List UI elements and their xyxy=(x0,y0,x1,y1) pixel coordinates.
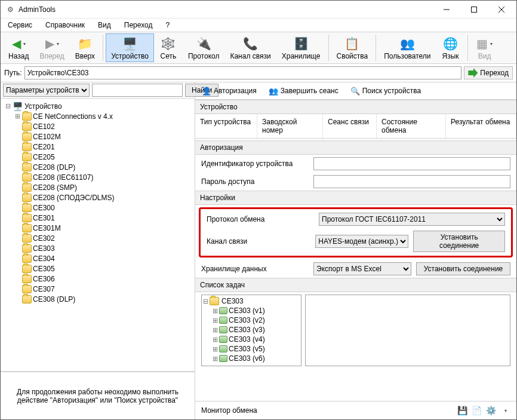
auth-action-button[interactable]: 👤 Авторизация xyxy=(198,84,261,98)
users-button[interactable]: 👥 Пользователи xyxy=(378,33,436,62)
protocol-select[interactable]: Протокол ГОСТ IEC61107-2011 xyxy=(319,213,505,226)
task-item[interactable]: ⊞CE303 (v5) xyxy=(203,344,300,354)
task-item[interactable]: ⊞CE303 (v4) xyxy=(203,335,300,344)
auth-action-label: Авторизация xyxy=(214,87,257,95)
menu-goto[interactable]: Переход xyxy=(122,20,155,30)
up-button[interactable]: 📁 Вверх xyxy=(70,33,100,62)
storage-select[interactable]: Экспорт в MS Excel xyxy=(313,262,411,275)
task-item-label: CE303 (v5) xyxy=(229,345,265,353)
go-button[interactable]: Переход xyxy=(464,66,513,79)
save-icon[interactable]: 💾 xyxy=(457,405,467,416)
window-title: AdminTools xyxy=(19,5,433,14)
protocol-button[interactable]: 🔌 Протокол xyxy=(183,33,225,62)
channel-row: Канал связи HAYES-модем (асинхр.) Устано… xyxy=(201,228,511,255)
app-icon: ⚙ xyxy=(5,5,15,14)
gh-state[interactable]: Состояние обмена xyxy=(377,114,446,138)
task-details[interactable] xyxy=(305,295,510,366)
task-item[interactable]: ⊞CE303 (v1) xyxy=(203,306,300,315)
properties-button[interactable]: 📋 Свойства xyxy=(331,33,374,62)
channel-button[interactable]: 📞 Канал связи xyxy=(224,33,276,62)
tree-item[interactable]: ·CE303 xyxy=(3,243,192,253)
password-input[interactable] xyxy=(313,175,510,188)
protocol-label: Протокол xyxy=(188,52,220,60)
tree-item-label: CE201 xyxy=(33,143,55,151)
tree-item[interactable]: ·CE102M xyxy=(3,131,192,142)
tree-item-label: CE208 (IEC61107) xyxy=(33,173,93,182)
tree-item[interactable]: ·CE304 xyxy=(3,253,192,263)
device-id-input[interactable] xyxy=(313,157,510,170)
search-device-button[interactable]: 🔍 Поиск устройства xyxy=(346,84,425,98)
tree-item[interactable]: ·CE208 (IEC61107) xyxy=(3,172,192,182)
monitor-title: Монитор обмена xyxy=(201,406,453,415)
back-button[interactable]: ◀ Назад xyxy=(3,33,34,62)
monitor-dropdown-icon[interactable] xyxy=(500,405,510,416)
storage-connect-button[interactable]: Установить соединение xyxy=(416,262,510,275)
tree-item[interactable]: ·CE305 xyxy=(3,263,192,274)
tasks-area: ⊟ CE303 ⊞CE303 (v1)⊞CE303 (v2)⊞CE303 (v3… xyxy=(195,292,516,369)
window-controls xyxy=(433,1,515,18)
tree-item[interactable]: ·CE301 xyxy=(3,213,192,223)
forward-button[interactable]: ▶ Вперед xyxy=(34,33,69,62)
tree-item-label: CE305 xyxy=(33,265,55,273)
gh-serial[interactable]: Заводской номер xyxy=(257,114,323,138)
properties-label: Свойства xyxy=(337,52,368,60)
tree-item[interactable]: ·CE300 xyxy=(3,203,192,213)
menu-help[interactable]: ? xyxy=(163,20,172,30)
tree-item[interactable]: ·CE306 xyxy=(3,274,192,284)
channel-select[interactable]: HAYES-модем (асинхр.) xyxy=(315,235,408,248)
task-item[interactable]: ⊞CE303 (v2) xyxy=(203,315,300,325)
users-label: Пользователи xyxy=(384,52,430,60)
tree-item[interactable]: ·CE307 xyxy=(3,284,192,294)
language-button[interactable]: 🌐 Язык xyxy=(436,33,465,62)
tree-item[interactable]: ·⊞CE NetConnections v 4.x xyxy=(3,111,192,121)
filter-input[interactable] xyxy=(92,84,183,97)
menu-service[interactable]: Сервис xyxy=(5,20,35,30)
close-button[interactable] xyxy=(488,1,515,18)
device-button[interactable]: 🖥️ Устройство xyxy=(106,33,154,62)
tree-item-label: CE304 xyxy=(33,255,55,263)
menu-view[interactable]: Вид xyxy=(96,20,113,30)
end-session-icon: 👥 xyxy=(269,86,278,96)
tree-item[interactable]: ·CE208 (DLP) xyxy=(3,162,192,172)
storage-label: Хранилище данных xyxy=(201,265,309,273)
menu-bar: Сервис Справочник Вид Переход ? xyxy=(1,19,516,32)
highlighted-settings: Протокол обмена Протокол ГОСТ IEC61107-2… xyxy=(199,207,513,257)
new-doc-icon[interactable]: 📄 xyxy=(471,405,482,416)
network-button[interactable]: 🕸️ Сеть xyxy=(154,33,183,62)
tree-item-label: CE208 (DLP) xyxy=(33,163,75,171)
tree-item[interactable]: ·CE208 (SMP) xyxy=(3,182,192,192)
tree-root[interactable]: ⊟ 🖥️ Устройство xyxy=(3,101,192,111)
up-label: Вверх xyxy=(75,52,95,60)
device-tree[interactable]: ⊟ 🖥️ Устройство ·⊞CE NetConnections v 4.… xyxy=(1,99,195,372)
storage-icon: 🗄️ xyxy=(293,35,309,52)
view-button[interactable]: ▦ Вид xyxy=(470,33,499,62)
maximize-button[interactable] xyxy=(460,1,488,18)
storage-button[interactable]: 🗄️ Хранилище xyxy=(276,33,326,62)
minimize-button[interactable] xyxy=(433,1,460,18)
task-item[interactable]: ⊞CE303 (v3) xyxy=(203,325,300,335)
folder-icon xyxy=(22,204,32,212)
toolbar-separator xyxy=(328,35,329,61)
gh-type[interactable]: Тип устройства xyxy=(195,114,257,138)
task-item[interactable]: ⊞CE303 (v6) xyxy=(203,354,300,363)
search-device-label: Поиск устройства xyxy=(362,87,421,95)
tree-item-label: CE302 xyxy=(33,234,55,243)
channel-connect-button[interactable]: Установить соединение xyxy=(413,231,505,252)
menu-reference[interactable]: Справочник xyxy=(43,20,87,30)
gh-session[interactable]: Сеанс связи xyxy=(323,114,377,138)
filter-select[interactable]: Параметры устройств xyxy=(3,84,90,97)
tree-item[interactable]: ·CE205 xyxy=(3,152,192,162)
tree-item[interactable]: ·CE301M xyxy=(3,223,192,233)
tree-item[interactable]: ·CE308 (DLP) xyxy=(3,294,192,304)
folder-icon xyxy=(22,133,32,141)
tasks-tree[interactable]: ⊟ CE303 ⊞CE303 (v1)⊞CE303 (v2)⊞CE303 (v3… xyxy=(201,295,301,366)
tree-item[interactable]: ·CE201 xyxy=(3,142,192,152)
tree-item[interactable]: ·CE208 (СПОДЭС/DLMS) xyxy=(3,192,192,203)
run-icon[interactable]: ⚙️ xyxy=(485,405,496,416)
tree-item[interactable]: ·CE302 xyxy=(3,233,192,243)
task-root[interactable]: ⊟ CE303 xyxy=(203,296,300,306)
tree-item[interactable]: ·CE102 xyxy=(3,121,192,131)
gh-result[interactable]: Результат обмена xyxy=(446,114,516,138)
end-session-button[interactable]: 👥 Завершить сеанс xyxy=(264,84,343,98)
path-input[interactable] xyxy=(24,66,462,79)
